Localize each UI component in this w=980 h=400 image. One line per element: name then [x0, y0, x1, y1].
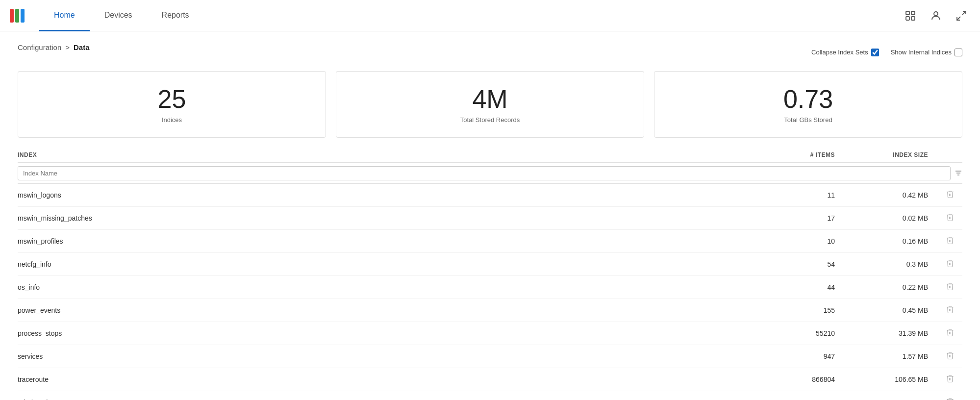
table-row: traceroute 866804 106.65 MB — [18, 368, 962, 391]
table-row: services 947 1.57 MB — [18, 345, 962, 368]
filter-icon[interactable] — [955, 169, 962, 178]
nav-tab-reports[interactable]: Reports — [147, 0, 204, 31]
stats-row: 25 Indices 4M Total Stored Records 0.73 … — [18, 71, 962, 138]
delete-icon-2[interactable] — [946, 238, 955, 246]
delete-icon-8[interactable] — [946, 376, 955, 384]
show-internal-indices-option: Show Internal Indices — [891, 49, 962, 56]
nav-tab-devices[interactable]: Devices — [90, 0, 147, 31]
svg-rect-3 — [911, 17, 915, 20]
delete-icon-3[interactable] — [946, 261, 955, 269]
logo-bar-red — [10, 9, 14, 23]
show-internal-indices-label: Show Internal Indices — [891, 49, 952, 56]
table-body: mswin_logons 11 0.42 MB mswin_missing_pa… — [18, 184, 962, 400]
delete-icon-6[interactable] — [946, 330, 955, 338]
cell-items-3: 54 — [761, 260, 850, 268]
delete-icon-0[interactable] — [946, 192, 955, 200]
table-row: power_events 155 0.45 MB — [18, 299, 962, 322]
cell-index-6: process_stops — [18, 329, 761, 337]
cell-size-6: 31.39 MB — [850, 329, 938, 337]
cell-action-6 — [938, 328, 962, 339]
expand-icon[interactable] — [953, 7, 970, 25]
cell-size-7: 1.57 MB — [850, 352, 938, 360]
cell-size-8: 106.65 MB — [850, 375, 938, 383]
filter-row — [18, 163, 962, 184]
cell-items-7: 947 — [761, 352, 850, 360]
index-name-filter[interactable] — [18, 166, 951, 180]
cell-size-1: 0.02 MB — [850, 214, 938, 222]
stat-value-gbs: 0.73 — [783, 85, 833, 113]
delete-icon-1[interactable] — [946, 215, 955, 223]
delete-icon-5[interactable] — [946, 307, 955, 315]
breadcrumb-separator: > — [65, 43, 70, 51]
svg-rect-2 — [906, 17, 909, 20]
cell-size-5: 0.45 MB — [850, 306, 938, 314]
top-nav: Home Devices Reports — [0, 0, 980, 31]
cell-items-1: 17 — [761, 214, 850, 222]
cell-action-2 — [938, 236, 962, 247]
cell-action-9 — [938, 397, 962, 400]
cell-items-8: 866804 — [761, 375, 850, 383]
table-row: mswin_missing_patches 17 0.02 MB — [18, 207, 962, 230]
svg-point-4 — [934, 12, 938, 16]
cell-index-8: traceroute — [18, 375, 761, 383]
table-row: netcfg_info 54 0.3 MB — [18, 253, 962, 276]
cell-action-0 — [938, 190, 962, 200]
page-content: Configuration > Data Collapse Index Sets… — [0, 31, 980, 400]
cell-size-4: 0.22 MB — [850, 283, 938, 291]
cell-size-2: 0.16 MB — [850, 237, 938, 245]
cell-index-7: services — [18, 352, 761, 360]
cell-action-3 — [938, 259, 962, 270]
show-internal-indices-checkbox[interactable] — [955, 49, 962, 56]
stat-label-records: Total Stored Records — [460, 116, 520, 124]
logo-bar-green — [15, 9, 19, 23]
breadcrumb: Configuration > Data — [18, 43, 90, 51]
table-row: mswin_logons 11 0.42 MB — [18, 184, 962, 207]
table-row: process_stops 55210 31.39 MB — [18, 322, 962, 345]
cell-action-5 — [938, 305, 962, 316]
cell-index-1: mswin_missing_patches — [18, 214, 761, 222]
cell-index-5: power_events — [18, 306, 761, 314]
cell-items-6: 55210 — [761, 329, 850, 337]
delete-icon-7[interactable] — [946, 353, 955, 361]
cell-items-4: 44 — [761, 283, 850, 291]
stat-value-indices: 25 — [158, 85, 186, 113]
cell-index-4: os_info — [18, 283, 761, 291]
table-header: INDEX # ITEMS INDEX SIZE — [18, 151, 962, 163]
nav-tab-home[interactable]: Home — [39, 0, 90, 31]
collapse-index-sets-checkbox[interactable] — [871, 49, 879, 56]
cell-index-0: mswin_logons — [18, 191, 761, 199]
index-table: INDEX # ITEMS INDEX SIZE mswin_logons — [18, 151, 962, 400]
svg-line-5 — [962, 11, 966, 15]
settings-icon[interactable] — [902, 7, 919, 25]
breadcrumb-current: Data — [74, 43, 90, 51]
cell-items-5: 155 — [761, 306, 850, 314]
stat-label-indices: Indices — [162, 116, 182, 124]
table-row: url_domains 1 0.01 MB — [18, 391, 962, 400]
col-header-items: # ITEMS — [761, 151, 850, 158]
cell-action-8 — [938, 374, 962, 385]
cell-action-7 — [938, 351, 962, 362]
delete-icon-4[interactable] — [946, 284, 955, 292]
svg-rect-0 — [906, 11, 909, 15]
user-icon[interactable] — [927, 7, 945, 25]
stat-card-indices: 25 Indices — [18, 71, 326, 138]
cell-size-0: 0.42 MB — [850, 191, 938, 199]
stat-card-records: 4M Total Stored Records — [336, 71, 644, 138]
cell-index-3: netcfg_info — [18, 260, 761, 268]
collapse-index-sets-label: Collapse Index Sets — [811, 49, 868, 56]
stat-label-gbs: Total GBs Stored — [784, 116, 832, 124]
nav-right — [902, 7, 970, 25]
table-row: mswin_profiles 10 0.16 MB — [18, 230, 962, 253]
stat-card-gbs: 0.73 Total GBs Stored — [654, 71, 962, 138]
stat-value-records: 4M — [472, 85, 507, 113]
breadcrumb-parent: Configuration — [18, 43, 61, 51]
svg-line-6 — [957, 17, 960, 20]
logo — [10, 9, 25, 23]
logo-bar-blue — [21, 9, 25, 23]
cell-size-3: 0.3 MB — [850, 260, 938, 268]
options-row: Collapse Index Sets Show Internal Indice… — [811, 49, 962, 56]
collapse-index-sets-option: Collapse Index Sets — [811, 49, 879, 56]
col-header-index: INDEX — [18, 151, 761, 158]
cell-index-2: mswin_profiles — [18, 237, 761, 245]
cell-action-4 — [938, 282, 962, 293]
